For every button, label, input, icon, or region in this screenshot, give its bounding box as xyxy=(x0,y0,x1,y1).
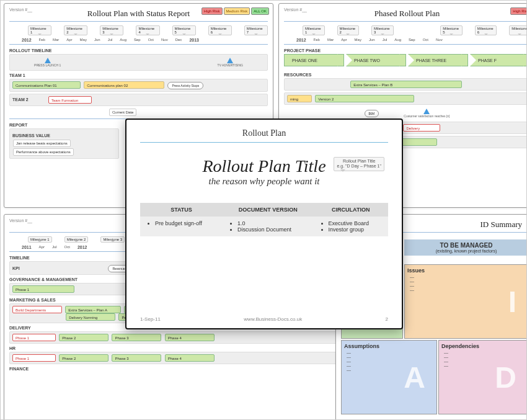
milestone: Milestone 1 xyxy=(303,25,325,35)
task-bar: Delivery xyxy=(403,124,440,132)
phase-chevron: PHASE ONE xyxy=(284,54,344,66)
badge-high-risk: High Risk xyxy=(202,7,223,15)
phase-chevron: PHASE F xyxy=(470,54,527,66)
milestone: Milestone 3 xyxy=(100,25,123,35)
task-bar: Build Departments xyxy=(12,306,62,313)
swimlane: Communications Plan 01 Communications pl… xyxy=(9,79,268,91)
center-card-rollout-plan: Rollout Plan Rollout Plan Title e.g. "D … xyxy=(125,118,403,329)
cell-docver: 1.0Discussion Document xyxy=(223,217,314,236)
callout-oval: $6M xyxy=(365,110,379,117)
task-bar: Extra Services – Plan B xyxy=(350,81,462,88)
quad-dependencies: Dependencies D xyxy=(438,340,527,414)
col-docver: DOCUMENT VERSION xyxy=(223,203,314,217)
section-resources: RESOURCES xyxy=(284,73,527,77)
footer-site: www.Business-Docs.co.uk xyxy=(244,316,302,322)
milestone: Milestone 1 xyxy=(28,236,52,243)
center-footer: 1-Sep-11 www.Business-Docs.co.uk 2 xyxy=(140,316,388,322)
triangle-icon xyxy=(45,58,51,63)
letter-i: I xyxy=(508,285,516,319)
version-label: Version #__ xyxy=(284,7,307,12)
task-bar: Phase 2 xyxy=(59,334,108,341)
phase-chevron: PHASE THREE xyxy=(408,54,468,66)
task-bar: Delivery Norming xyxy=(66,313,115,321)
milestone: Milestone 3 xyxy=(371,25,394,35)
milestone: Milestone 7 xyxy=(244,25,268,35)
cell-status: Pre budget sign-off xyxy=(140,217,223,236)
task-bar: Team Formation xyxy=(48,96,92,104)
task-bar: Extra Services – Plan A xyxy=(65,306,121,313)
task-bar: Phase 2 xyxy=(59,354,108,362)
phase-chevron: PHASE TWO xyxy=(346,54,406,66)
timeline-axis: 2012 Feb Mar Apr May Jun Jul Aug Sep Oct… xyxy=(284,38,527,42)
task-bar: Version 2 xyxy=(315,95,414,102)
milestone: Milestone 2 xyxy=(64,25,87,35)
quad-assumptions: Assumptions A xyxy=(341,340,437,414)
version-label: Version #__ xyxy=(9,218,32,223)
quad-issues: Issues I xyxy=(404,264,527,339)
triangle-icon xyxy=(423,109,430,114)
col-circulation: CIRCULATION xyxy=(314,203,389,217)
footer-page: 2 xyxy=(386,316,388,322)
cell-circulation: Executive BoardInvestor group xyxy=(314,217,389,236)
swimlane: PRESS LAUNCH 1 TV ADVERTISING xyxy=(9,54,268,71)
callout-oval: Press Activity Stops xyxy=(167,82,203,89)
milestone: Milestone 4 xyxy=(136,25,159,35)
badge-all-ok: ALL OK xyxy=(251,7,269,15)
milestone: Milestone 5 xyxy=(172,25,196,35)
swimlane: Phase 1 Phase 2 Phase 3 Phase 4 xyxy=(9,331,345,344)
report-item: Performance above expectations xyxy=(13,148,74,156)
milestone-row: Milestone 1 Milestone 2 Milestone 3 Mile… xyxy=(9,25,268,35)
milestone: Milestone xyxy=(509,25,527,35)
section-rollout-timeline: ROLLOUT TIMELINE xyxy=(9,48,268,53)
task-bar: Phase 4 xyxy=(165,354,215,362)
task-bar: Phase 3 xyxy=(112,334,161,341)
milestone: Milestone 6 xyxy=(475,25,497,35)
task-bar: Communications plan 02 xyxy=(84,81,164,89)
to-be-managed-header: TO BE MANAGED (existing, known project f… xyxy=(404,239,527,256)
footer-date: 1-Sep-11 xyxy=(140,316,161,322)
phase-chevrons: PHASE ONE PHASE TWO PHASE THREE PHASE F xyxy=(284,54,527,66)
milestone: Milestone 5 xyxy=(440,25,463,35)
letter-d: D xyxy=(495,360,516,395)
task-bar: Phase 1 xyxy=(12,334,56,341)
current-date-box: Current Date xyxy=(109,109,136,116)
task-bar: Phase 4 xyxy=(165,334,215,341)
swimlane: TEAM 2 Team Formation xyxy=(9,94,268,106)
badge-med-risk: Medium Risk xyxy=(224,7,250,15)
report-col: BUSINESS VALUE Jan release beats expecta… xyxy=(9,128,119,159)
milestone: Milestone 2 xyxy=(337,25,360,35)
rollout-plan-subtitle: the reason why people want it xyxy=(140,176,388,187)
thumb-title: Phased Rollout Plan xyxy=(284,9,527,19)
swimlane: Phase 1 Phase 2 Phase 3 Phase 4 xyxy=(9,352,345,364)
center-heading: Rollout Plan xyxy=(140,128,388,138)
milestone: Milestone 1 xyxy=(28,25,51,35)
timeline-axis: 2012 Feb Mar Apr May Jun Jul Aug Sep Oct… xyxy=(9,38,268,42)
task-bar: Communications Plan 01 xyxy=(12,81,81,89)
task-bar: ming xyxy=(287,95,312,102)
milestone: Milestone 2 xyxy=(64,236,89,243)
risk-badges: High Risk Medium Risk ALL OK xyxy=(202,7,269,15)
triangle-icon xyxy=(227,58,233,63)
team1-label: TEAM 1 xyxy=(9,73,268,78)
title-callout: Rollout Plan Title e.g. "D Day – Phase 1… xyxy=(334,157,384,171)
task-bar: Phase 1 xyxy=(12,285,74,293)
task-bar: Phase 3 xyxy=(112,354,161,362)
swimlane: ming Version 2 xyxy=(284,92,527,105)
task-bar: Phase 1 xyxy=(12,354,56,362)
badge-high-risk: High Risk xyxy=(510,7,527,15)
swimlane: Extra Services – Plan B xyxy=(284,78,527,91)
milestone: Milestone 3 xyxy=(100,236,125,243)
risk-badges: High Risk xyxy=(510,7,527,15)
milestone-row: Milestone 1 Milestone 2 Milestone 3 Mile… xyxy=(284,25,527,35)
col-status: STATUS xyxy=(140,203,223,217)
section-project-phase: PROJECT PHASE xyxy=(284,48,527,53)
milestone: Milestone 6 xyxy=(208,25,232,35)
status-table: STATUS DOCUMENT VERSION CIRCULATION Pre … xyxy=(140,203,388,236)
team2-label: TEAM 2 xyxy=(12,97,29,102)
version-label: Version #__ xyxy=(9,7,32,12)
report-item: Jan release beats expectations xyxy=(13,140,71,147)
letter-a: A xyxy=(404,360,425,395)
